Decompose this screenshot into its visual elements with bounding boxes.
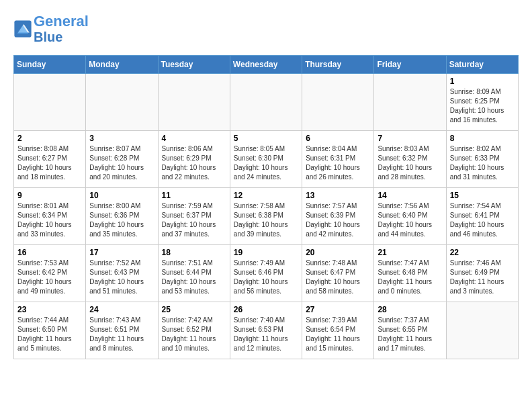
day-info: Sunrise: 7:44 AM Sunset: 6:50 PM Dayligh…: [17, 316, 82, 353]
day-number: 11: [162, 191, 226, 200]
calendar-cell: 19Sunrise: 7:49 AM Sunset: 6:46 PM Dayli…: [230, 245, 302, 302]
day-info: Sunrise: 8:01 AM Sunset: 6:34 PM Dayligh…: [17, 201, 82, 239]
calendar-cell: 23Sunrise: 7:44 AM Sunset: 6:50 PM Dayli…: [14, 302, 86, 359]
day-number: 27: [306, 305, 370, 314]
day-info: Sunrise: 7:48 AM Sunset: 6:47 PM Dayligh…: [306, 259, 370, 296]
calendar-table: Sunday Monday Tuesday Wednesday Thursday…: [13, 55, 519, 359]
calendar-cell: 24Sunrise: 7:43 AM Sunset: 6:51 PM Dayli…: [86, 302, 158, 359]
calendar-cell: 25Sunrise: 7:42 AM Sunset: 6:52 PM Dayli…: [158, 302, 230, 359]
day-info: Sunrise: 8:06 AM Sunset: 6:29 PM Dayligh…: [162, 144, 226, 182]
day-number: 4: [162, 134, 226, 143]
logo-text: General Blue: [34, 13, 89, 44]
calendar-cell: 4Sunrise: 8:06 AM Sunset: 6:29 PM Daylig…: [158, 131, 230, 188]
day-info: Sunrise: 7:47 AM Sunset: 6:48 PM Dayligh…: [378, 259, 442, 296]
day-info: Sunrise: 7:53 AM Sunset: 6:42 PM Dayligh…: [17, 259, 82, 296]
day-info: Sunrise: 7:39 AM Sunset: 6:54 PM Dayligh…: [306, 316, 370, 353]
header-sunday: Sunday: [14, 56, 86, 74]
calendar-cell: 14Sunrise: 7:56 AM Sunset: 6:40 PM Dayli…: [374, 188, 446, 245]
day-number: 12: [234, 191, 298, 200]
calendar-cell: 21Sunrise: 7:47 AM Sunset: 6:48 PM Dayli…: [374, 245, 446, 302]
calendar-cell: 12Sunrise: 7:58 AM Sunset: 6:38 PM Dayli…: [230, 188, 302, 245]
header-saturday: Saturday: [446, 56, 518, 74]
day-info: Sunrise: 7:59 AM Sunset: 6:37 PM Dayligh…: [162, 201, 226, 239]
day-info: Sunrise: 8:09 AM Sunset: 6:25 PM Dayligh…: [450, 87, 515, 125]
day-number: 16: [17, 248, 82, 257]
day-info: Sunrise: 7:43 AM Sunset: 6:51 PM Dayligh…: [89, 316, 154, 353]
day-info: Sunrise: 8:00 AM Sunset: 6:36 PM Dayligh…: [89, 201, 154, 239]
day-info: Sunrise: 7:46 AM Sunset: 6:49 PM Dayligh…: [450, 259, 515, 296]
day-number: 8: [450, 134, 515, 143]
day-number: 2: [17, 134, 82, 143]
calendar-cell: 18Sunrise: 7:51 AM Sunset: 6:44 PM Dayli…: [158, 245, 230, 302]
day-number: 13: [306, 191, 370, 200]
day-number: 23: [17, 305, 82, 314]
day-info: Sunrise: 7:57 AM Sunset: 6:39 PM Dayligh…: [306, 201, 370, 239]
day-number: 14: [378, 191, 442, 200]
calendar-cell: 10Sunrise: 8:00 AM Sunset: 6:36 PM Dayli…: [86, 188, 158, 245]
calendar-cell: [230, 74, 302, 131]
calendar-header-row: Sunday Monday Tuesday Wednesday Thursday…: [14, 56, 519, 74]
day-number: 3: [89, 134, 154, 143]
day-number: 6: [306, 134, 370, 143]
calendar-week-row: 23Sunrise: 7:44 AM Sunset: 6:50 PM Dayli…: [14, 302, 519, 359]
day-number: 22: [450, 248, 515, 257]
calendar-cell: 2Sunrise: 8:08 AM Sunset: 6:27 PM Daylig…: [14, 131, 86, 188]
calendar-cell: 1Sunrise: 8:09 AM Sunset: 6:25 PM Daylig…: [446, 74, 518, 131]
day-number: 28: [378, 305, 442, 314]
calendar-week-row: 16Sunrise: 7:53 AM Sunset: 6:42 PM Dayli…: [14, 245, 519, 302]
day-info: Sunrise: 7:37 AM Sunset: 6:55 PM Dayligh…: [378, 316, 442, 353]
calendar-cell: 17Sunrise: 7:52 AM Sunset: 6:43 PM Dayli…: [86, 245, 158, 302]
calendar-cell: 22Sunrise: 7:46 AM Sunset: 6:49 PM Dayli…: [446, 245, 518, 302]
day-number: 9: [17, 191, 82, 200]
calendar-cell: [302, 74, 374, 131]
day-info: Sunrise: 7:56 AM Sunset: 6:40 PM Dayligh…: [378, 201, 442, 239]
day-number: 21: [378, 248, 442, 257]
day-info: Sunrise: 7:51 AM Sunset: 6:44 PM Dayligh…: [162, 259, 226, 296]
day-number: 18: [162, 248, 226, 257]
header-thursday: Thursday: [302, 56, 374, 74]
calendar-cell: 13Sunrise: 7:57 AM Sunset: 6:39 PM Dayli…: [302, 188, 374, 245]
day-info: Sunrise: 7:58 AM Sunset: 6:38 PM Dayligh…: [234, 201, 298, 239]
calendar-cell: [446, 302, 518, 359]
day-number: 5: [234, 134, 298, 143]
calendar-week-row: 2Sunrise: 8:08 AM Sunset: 6:27 PM Daylig…: [14, 131, 519, 188]
calendar-cell: 15Sunrise: 7:54 AM Sunset: 6:41 PM Dayli…: [446, 188, 518, 245]
calendar-cell: 3Sunrise: 8:07 AM Sunset: 6:28 PM Daylig…: [86, 131, 158, 188]
calendar-cell: 28Sunrise: 7:37 AM Sunset: 6:55 PM Dayli…: [374, 302, 446, 359]
calendar-cell: [158, 74, 230, 131]
calendar-cell: 11Sunrise: 7:59 AM Sunset: 6:37 PM Dayli…: [158, 188, 230, 245]
day-number: 10: [89, 191, 154, 200]
page-header: General Blue: [13, 13, 519, 44]
day-info: Sunrise: 7:49 AM Sunset: 6:46 PM Dayligh…: [234, 259, 298, 296]
day-info: Sunrise: 7:54 AM Sunset: 6:41 PM Dayligh…: [450, 201, 515, 239]
day-number: 19: [234, 248, 298, 257]
calendar-cell: [374, 74, 446, 131]
day-info: Sunrise: 8:04 AM Sunset: 6:31 PM Dayligh…: [306, 144, 370, 182]
day-number: 17: [89, 248, 154, 257]
calendar-cell: 26Sunrise: 7:40 AM Sunset: 6:53 PM Dayli…: [230, 302, 302, 359]
day-info: Sunrise: 8:02 AM Sunset: 6:33 PM Dayligh…: [450, 144, 515, 182]
logo-icon: [13, 19, 32, 38]
calendar-body: 1Sunrise: 8:09 AM Sunset: 6:25 PM Daylig…: [14, 74, 519, 359]
day-info: Sunrise: 8:03 AM Sunset: 6:32 PM Dayligh…: [378, 144, 442, 182]
calendar-cell: 9Sunrise: 8:01 AM Sunset: 6:34 PM Daylig…: [14, 188, 86, 245]
day-number: 20: [306, 248, 370, 257]
header-tuesday: Tuesday: [158, 56, 230, 74]
calendar-cell: 5Sunrise: 8:05 AM Sunset: 6:30 PM Daylig…: [230, 131, 302, 188]
day-info: Sunrise: 8:08 AM Sunset: 6:27 PM Dayligh…: [17, 144, 82, 182]
day-number: 15: [450, 191, 515, 200]
day-info: Sunrise: 7:40 AM Sunset: 6:53 PM Dayligh…: [234, 316, 298, 353]
day-number: 7: [378, 134, 442, 143]
calendar-cell: [86, 74, 158, 131]
logo: General Blue: [13, 13, 89, 44]
calendar-cell: 16Sunrise: 7:53 AM Sunset: 6:42 PM Dayli…: [14, 245, 86, 302]
header-wednesday: Wednesday: [230, 56, 302, 74]
day-info: Sunrise: 8:07 AM Sunset: 6:28 PM Dayligh…: [89, 144, 154, 182]
calendar-cell: 8Sunrise: 8:02 AM Sunset: 6:33 PM Daylig…: [446, 131, 518, 188]
day-number: 25: [162, 305, 226, 314]
calendar-cell: 6Sunrise: 8:04 AM Sunset: 6:31 PM Daylig…: [302, 131, 374, 188]
day-info: Sunrise: 7:52 AM Sunset: 6:43 PM Dayligh…: [89, 259, 154, 296]
calendar-cell: 20Sunrise: 7:48 AM Sunset: 6:47 PM Dayli…: [302, 245, 374, 302]
day-info: Sunrise: 8:05 AM Sunset: 6:30 PM Dayligh…: [234, 144, 298, 182]
day-info: Sunrise: 7:42 AM Sunset: 6:52 PM Dayligh…: [162, 316, 226, 353]
